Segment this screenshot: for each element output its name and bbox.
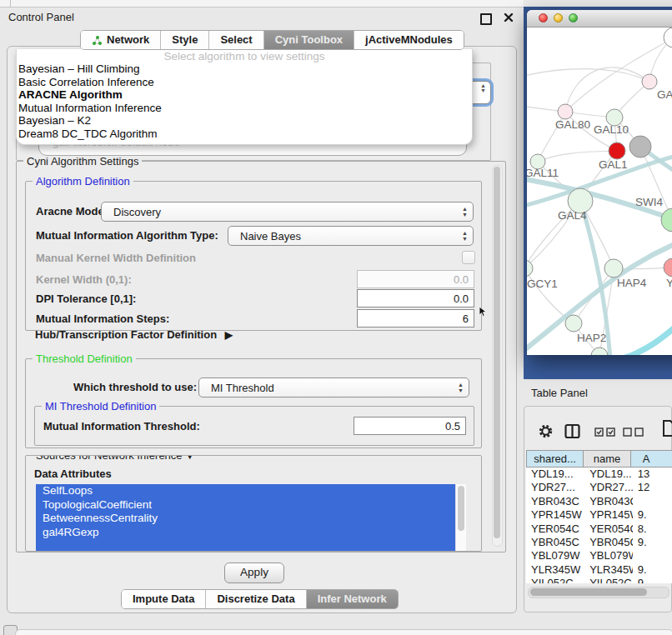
network-node[interactable] [629,136,651,158]
table-row[interactable]: YER054CYER054C8. [526,522,672,536]
tab-infer-network[interactable]: Infer Network [306,590,398,608]
mi-steps-field[interactable]: 6 [357,309,474,328]
table-cell: YER054C [584,522,633,536]
network-icon [92,35,103,46]
network-node-gcy1[interactable] [527,260,533,277]
aracne-mode-combobox[interactable]: Discovery ▲▼ [101,202,474,222]
tab-select[interactable]: Select [208,31,263,49]
attribute-item[interactable]: TopologicalCoefficient [36,498,456,512]
algorithm-option[interactable]: Bayesian – K2 [17,114,472,128]
which-threshold-combobox[interactable]: MI Threshold ▲▼ [198,378,469,398]
node-table: shared...nameA YDL19...YDL19...13YDR27..… [526,450,672,583]
dpi-tolerance-field[interactable]: 0.0 [357,289,474,308]
table-cell: YBR045C [584,536,633,549]
float-panel-icon[interactable] [480,13,492,25]
mi-threshold-field[interactable]: 0.5 [354,417,466,435]
table-panel: shared...nameA YDL19...YDL19...13YDR27..… [524,406,672,612]
node-label: HAP4 [617,277,647,289]
settings-group-title: Cyni Algorithm Settings [23,155,142,168]
tab-network[interactable]: Network [81,31,160,49]
network-node-hap2[interactable] [565,315,582,332]
tab-style[interactable]: Style [160,31,208,49]
network-node-gal1[interactable] [609,142,625,159]
sources-group: Sources for Network Inference ▼ Data Att… [25,455,482,552]
aracne-mode-label: Aracne Mode: [36,205,108,218]
new-document-icon[interactable] [663,420,672,437]
hub-definition-expander[interactable]: Hub/Transcription Factor Definition ▶ [35,328,233,341]
table-cell: YIL052C [526,577,584,583]
tab-label: Style [172,31,198,49]
zoom-window-icon[interactable] [569,13,578,22]
table-hscrollbar-thumb[interactable] [530,588,647,596]
dpi-tolerance-label: DPI Tolerance [0,1]: [36,292,136,305]
table-cell: YBL079W [584,549,633,562]
settings-scrollbar[interactable] [492,165,503,547]
table-row[interactable]: YBR045CYBR045C9. [526,536,672,549]
attribute-item[interactable]: BetweennessCentrality [36,512,456,526]
algorithm-option[interactable]: Dream8 DC_TDC Algorithm [17,128,472,141]
close-panel-icon[interactable] [504,12,514,22]
manual-kernel-checkbox[interactable] [462,251,475,264]
gear-icon[interactable] [538,423,554,439]
sources-title: Sources for Network Inference ▼ [33,455,198,462]
network-node-y[interactable] [664,258,672,277]
table-row[interactable]: YIL052CYIL052C9. [526,577,672,583]
network-node-swi4[interactable] [661,208,672,232]
minimize-window-icon[interactable] [554,13,563,22]
tab-jactivemnodules[interactable]: jActiveMNodules [354,31,464,49]
apply-button[interactable]: Apply [224,562,284,583]
algorithm-option[interactable]: Basic Correlation Inference [17,76,472,89]
algorithm-option[interactable]: Bayesian – Hill Climbing [17,62,472,76]
algorithm-definition-title: Algorithm Definition [33,175,133,188]
expander-expanded-icon[interactable]: ▼ [185,455,194,461]
network-node-gal7[interactable] [642,74,657,89]
network-window-titlebar[interactable] [527,10,672,28]
data-attributes-label: Data Attributes [34,468,112,480]
columns-icon[interactable] [564,423,580,439]
attributes-scrollbar[interactable] [455,484,466,551]
table-cell: YBR043C [526,495,584,508]
table-row[interactable]: YDL19...YDL19...13 [526,468,672,481]
network-node-hap4[interactable] [604,259,623,278]
table-cell: YPR145W [526,508,584,522]
table-row[interactable]: YBL079WYBL079W [526,549,672,562]
network-node[interactable] [664,28,672,48]
mouse-cursor [479,306,488,321]
network-canvas[interactable]: GAL7GAL80GAL10GAL1GAL11GAL4SWI4GCY1HAP4Y… [527,27,672,355]
network-node-gal80[interactable] [558,104,573,119]
table-row[interactable]: YLR345WYLR345W9. [526,563,672,577]
close-window-icon[interactable] [539,13,548,22]
tab-impute-data[interactable]: Impute Data [122,590,205,608]
tab-label: Select [220,31,252,49]
tab-label: jActiveMNodules [365,31,453,49]
tab-label: Network [107,31,149,49]
attributes-scrollbar-thumb[interactable] [458,486,464,531]
column-header-name[interactable]: name [584,450,631,468]
algorithm-option[interactable]: ARACNE Algorithm [17,88,472,102]
data-attributes-list: SelfLoopsTopologicalCoefficientBetweenne… [36,484,466,551]
settings-scrollbar-thumb[interactable] [494,167,500,538]
algorithm-option[interactable]: Mutual Information Inference [17,102,472,115]
tab-cyni-toolbox[interactable]: Cyni Toolbox [263,31,354,49]
attribute-item[interactable]: SelfLoops [36,484,456,498]
node-label: GAL10 [594,123,629,136]
panel-notch [10,0,11,7]
column-header-shared-[interactable]: shared... [526,450,584,468]
manual-kernel-label: Manual Kernel Width Definition [36,252,196,264]
table-hscrollbar[interactable] [528,587,669,598]
attribute-item[interactable]: gal4RGexp [36,526,456,540]
column-header-a[interactable]: A [631,450,672,468]
select-all-checkboxes-icon[interactable] [594,428,616,437]
table-row[interactable]: YBR043CYBR043C [526,495,672,508]
kernel-width-field[interactable]: 0.0 [357,270,474,288]
network-view-window[interactable]: GAL7GAL80GAL10GAL1GAL11GAL4SWI4GCY1HAP4Y… [527,10,672,355]
mi-steps-label: Mutual Information Steps: [36,312,169,325]
mi-type-combobox[interactable]: Naive Bayes ▲▼ [228,226,474,246]
table-cell: 9. [633,577,672,583]
network-edge [565,38,672,112]
tab-discretize-data[interactable]: Discretize Data [205,590,305,608]
table-row[interactable]: YPR145WYPR145W9. [526,508,672,522]
deselect-checkboxes-icon[interactable] [623,428,644,437]
table-row[interactable]: YDR27...YDR27...12 [526,481,672,494]
node-label: GCY1 [527,278,558,290]
